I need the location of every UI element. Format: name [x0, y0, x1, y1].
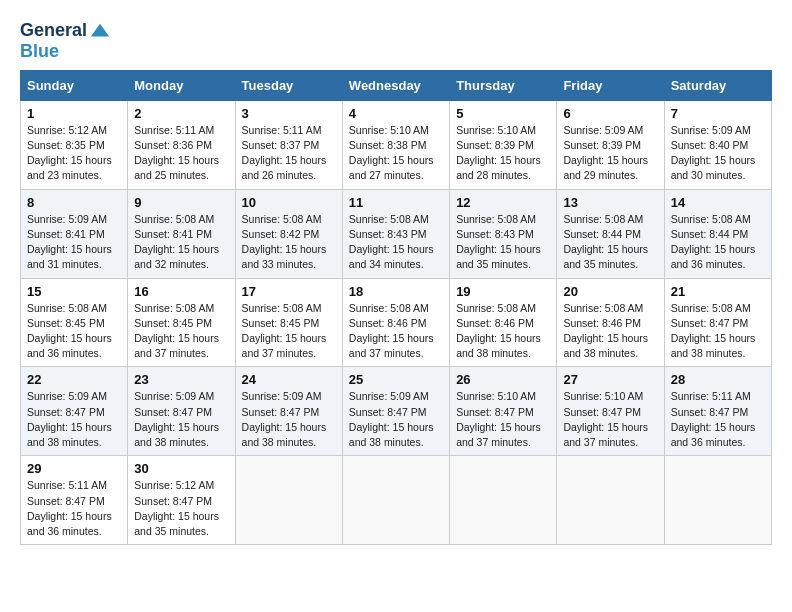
calendar-cell	[235, 456, 342, 545]
calendar-cell: 17 Sunrise: 5:08 AMSunset: 8:45 PMDaylig…	[235, 278, 342, 367]
day-number: 14	[671, 195, 765, 210]
calendar-cell: 30 Sunrise: 5:12 AMSunset: 8:47 PMDaylig…	[128, 456, 235, 545]
calendar-cell: 11 Sunrise: 5:08 AMSunset: 8:43 PMDaylig…	[342, 189, 449, 278]
day-info: Sunrise: 5:09 AMSunset: 8:47 PMDaylight:…	[242, 390, 327, 448]
weekday-header-saturday: Saturday	[664, 70, 771, 100]
calendar-cell: 12 Sunrise: 5:08 AMSunset: 8:43 PMDaylig…	[450, 189, 557, 278]
calendar-cell: 15 Sunrise: 5:08 AMSunset: 8:45 PMDaylig…	[21, 278, 128, 367]
day-info: Sunrise: 5:08 AMSunset: 8:44 PMDaylight:…	[671, 213, 756, 271]
calendar-cell: 18 Sunrise: 5:08 AMSunset: 8:46 PMDaylig…	[342, 278, 449, 367]
day-number: 21	[671, 284, 765, 299]
day-info: Sunrise: 5:08 AMSunset: 8:42 PMDaylight:…	[242, 213, 327, 271]
calendar-cell: 19 Sunrise: 5:08 AMSunset: 8:46 PMDaylig…	[450, 278, 557, 367]
day-number: 25	[349, 372, 443, 387]
day-info: Sunrise: 5:09 AMSunset: 8:41 PMDaylight:…	[27, 213, 112, 271]
calendar-cell: 25 Sunrise: 5:09 AMSunset: 8:47 PMDaylig…	[342, 367, 449, 456]
calendar-week-4: 22 Sunrise: 5:09 AMSunset: 8:47 PMDaylig…	[21, 367, 772, 456]
calendar-cell: 2 Sunrise: 5:11 AMSunset: 8:36 PMDayligh…	[128, 100, 235, 189]
day-number: 23	[134, 372, 228, 387]
day-number: 13	[563, 195, 657, 210]
day-info: Sunrise: 5:11 AMSunset: 8:36 PMDaylight:…	[134, 124, 219, 182]
calendar-week-1: 1 Sunrise: 5:12 AMSunset: 8:35 PMDayligh…	[21, 100, 772, 189]
calendar-cell: 3 Sunrise: 5:11 AMSunset: 8:37 PMDayligh…	[235, 100, 342, 189]
calendar-cell: 23 Sunrise: 5:09 AMSunset: 8:47 PMDaylig…	[128, 367, 235, 456]
day-info: Sunrise: 5:10 AMSunset: 8:39 PMDaylight:…	[456, 124, 541, 182]
day-info: Sunrise: 5:08 AMSunset: 8:46 PMDaylight:…	[349, 302, 434, 360]
day-info: Sunrise: 5:12 AMSunset: 8:35 PMDaylight:…	[27, 124, 112, 182]
calendar-week-5: 29 Sunrise: 5:11 AMSunset: 8:47 PMDaylig…	[21, 456, 772, 545]
weekday-header-monday: Monday	[128, 70, 235, 100]
weekday-header-sunday: Sunday	[21, 70, 128, 100]
calendar-body: 1 Sunrise: 5:12 AMSunset: 8:35 PMDayligh…	[21, 100, 772, 544]
calendar-cell: 6 Sunrise: 5:09 AMSunset: 8:39 PMDayligh…	[557, 100, 664, 189]
day-number: 12	[456, 195, 550, 210]
day-number: 3	[242, 106, 336, 121]
day-number: 7	[671, 106, 765, 121]
calendar-cell: 1 Sunrise: 5:12 AMSunset: 8:35 PMDayligh…	[21, 100, 128, 189]
day-info: Sunrise: 5:10 AMSunset: 8:47 PMDaylight:…	[456, 390, 541, 448]
day-info: Sunrise: 5:09 AMSunset: 8:39 PMDaylight:…	[563, 124, 648, 182]
day-number: 10	[242, 195, 336, 210]
calendar-cell: 28 Sunrise: 5:11 AMSunset: 8:47 PMDaylig…	[664, 367, 771, 456]
calendar-week-2: 8 Sunrise: 5:09 AMSunset: 8:41 PMDayligh…	[21, 189, 772, 278]
day-number: 8	[27, 195, 121, 210]
day-info: Sunrise: 5:10 AMSunset: 8:47 PMDaylight:…	[563, 390, 648, 448]
calendar-cell	[557, 456, 664, 545]
weekday-header-tuesday: Tuesday	[235, 70, 342, 100]
day-info: Sunrise: 5:08 AMSunset: 8:43 PMDaylight:…	[456, 213, 541, 271]
calendar-cell: 26 Sunrise: 5:10 AMSunset: 8:47 PMDaylig…	[450, 367, 557, 456]
calendar-cell: 10 Sunrise: 5:08 AMSunset: 8:42 PMDaylig…	[235, 189, 342, 278]
day-info: Sunrise: 5:09 AMSunset: 8:47 PMDaylight:…	[27, 390, 112, 448]
day-number: 4	[349, 106, 443, 121]
calendar-header-row: SundayMondayTuesdayWednesdayThursdayFrid…	[21, 70, 772, 100]
day-info: Sunrise: 5:08 AMSunset: 8:47 PMDaylight:…	[671, 302, 756, 360]
calendar-cell: 7 Sunrise: 5:09 AMSunset: 8:40 PMDayligh…	[664, 100, 771, 189]
day-number: 2	[134, 106, 228, 121]
calendar-cell: 14 Sunrise: 5:08 AMSunset: 8:44 PMDaylig…	[664, 189, 771, 278]
day-info: Sunrise: 5:08 AMSunset: 8:44 PMDaylight:…	[563, 213, 648, 271]
calendar-cell: 16 Sunrise: 5:08 AMSunset: 8:45 PMDaylig…	[128, 278, 235, 367]
day-info: Sunrise: 5:11 AMSunset: 8:47 PMDaylight:…	[671, 390, 756, 448]
weekday-header-thursday: Thursday	[450, 70, 557, 100]
calendar-cell: 29 Sunrise: 5:11 AMSunset: 8:47 PMDaylig…	[21, 456, 128, 545]
day-number: 17	[242, 284, 336, 299]
day-info: Sunrise: 5:08 AMSunset: 8:45 PMDaylight:…	[27, 302, 112, 360]
day-number: 28	[671, 372, 765, 387]
calendar-cell: 5 Sunrise: 5:10 AMSunset: 8:39 PMDayligh…	[450, 100, 557, 189]
day-number: 20	[563, 284, 657, 299]
calendar-cell: 21 Sunrise: 5:08 AMSunset: 8:47 PMDaylig…	[664, 278, 771, 367]
day-info: Sunrise: 5:11 AMSunset: 8:47 PMDaylight:…	[27, 479, 112, 537]
day-info: Sunrise: 5:08 AMSunset: 8:43 PMDaylight:…	[349, 213, 434, 271]
calendar-cell: 24 Sunrise: 5:09 AMSunset: 8:47 PMDaylig…	[235, 367, 342, 456]
day-info: Sunrise: 5:09 AMSunset: 8:47 PMDaylight:…	[134, 390, 219, 448]
calendar-cell	[664, 456, 771, 545]
weekday-header-wednesday: Wednesday	[342, 70, 449, 100]
logo-icon	[89, 20, 111, 42]
calendar-cell: 4 Sunrise: 5:10 AMSunset: 8:38 PMDayligh…	[342, 100, 449, 189]
day-info: Sunrise: 5:10 AMSunset: 8:38 PMDaylight:…	[349, 124, 434, 182]
svg-marker-0	[91, 24, 109, 37]
day-number: 16	[134, 284, 228, 299]
calendar-cell	[450, 456, 557, 545]
calendar-week-3: 15 Sunrise: 5:08 AMSunset: 8:45 PMDaylig…	[21, 278, 772, 367]
calendar-cell: 9 Sunrise: 5:08 AMSunset: 8:41 PMDayligh…	[128, 189, 235, 278]
day-number: 11	[349, 195, 443, 210]
day-info: Sunrise: 5:08 AMSunset: 8:46 PMDaylight:…	[456, 302, 541, 360]
page-header: General Blue	[20, 20, 772, 62]
day-number: 15	[27, 284, 121, 299]
day-info: Sunrise: 5:08 AMSunset: 8:45 PMDaylight:…	[242, 302, 327, 360]
calendar-cell: 22 Sunrise: 5:09 AMSunset: 8:47 PMDaylig…	[21, 367, 128, 456]
day-info: Sunrise: 5:11 AMSunset: 8:37 PMDaylight:…	[242, 124, 327, 182]
day-info: Sunrise: 5:12 AMSunset: 8:47 PMDaylight:…	[134, 479, 219, 537]
logo: General Blue	[20, 20, 111, 62]
calendar-table: SundayMondayTuesdayWednesdayThursdayFrid…	[20, 70, 772, 545]
calendar-cell	[342, 456, 449, 545]
day-number: 1	[27, 106, 121, 121]
day-number: 18	[349, 284, 443, 299]
day-number: 24	[242, 372, 336, 387]
day-number: 30	[134, 461, 228, 476]
day-info: Sunrise: 5:08 AMSunset: 8:45 PMDaylight:…	[134, 302, 219, 360]
day-info: Sunrise: 5:08 AMSunset: 8:46 PMDaylight:…	[563, 302, 648, 360]
calendar-cell: 13 Sunrise: 5:08 AMSunset: 8:44 PMDaylig…	[557, 189, 664, 278]
day-number: 19	[456, 284, 550, 299]
